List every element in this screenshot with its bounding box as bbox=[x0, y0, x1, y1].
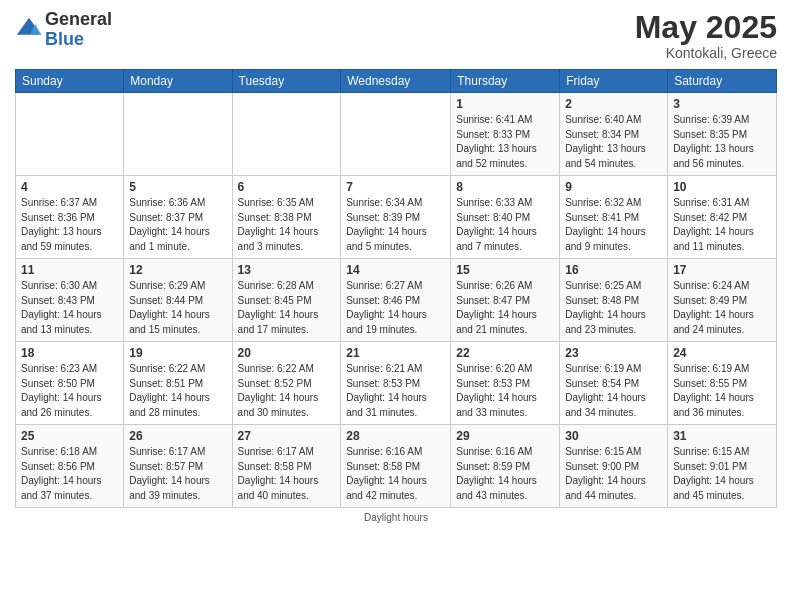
day-number: 22 bbox=[456, 346, 554, 360]
day-info: Sunrise: 6:15 AM Sunset: 9:01 PM Dayligh… bbox=[673, 445, 771, 503]
day-info: Sunrise: 6:25 AM Sunset: 8:48 PM Dayligh… bbox=[565, 279, 662, 337]
day-info: Sunrise: 6:17 AM Sunset: 8:58 PM Dayligh… bbox=[238, 445, 336, 503]
calendar-cell: 10Sunrise: 6:31 AM Sunset: 8:42 PM Dayli… bbox=[668, 176, 777, 259]
calendar-cell: 23Sunrise: 6:19 AM Sunset: 8:54 PM Dayli… bbox=[560, 342, 668, 425]
day-number: 7 bbox=[346, 180, 445, 194]
calendar-cell: 27Sunrise: 6:17 AM Sunset: 8:58 PM Dayli… bbox=[232, 425, 341, 508]
weekday-header-wednesday: Wednesday bbox=[341, 70, 451, 93]
calendar-cell: 30Sunrise: 6:15 AM Sunset: 9:00 PM Dayli… bbox=[560, 425, 668, 508]
day-info: Sunrise: 6:31 AM Sunset: 8:42 PM Dayligh… bbox=[673, 196, 771, 254]
calendar-cell: 8Sunrise: 6:33 AM Sunset: 8:40 PM Daylig… bbox=[451, 176, 560, 259]
day-number: 14 bbox=[346, 263, 445, 277]
calendar-cell: 3Sunrise: 6:39 AM Sunset: 8:35 PM Daylig… bbox=[668, 93, 777, 176]
calendar-cell: 14Sunrise: 6:27 AM Sunset: 8:46 PM Dayli… bbox=[341, 259, 451, 342]
day-info: Sunrise: 6:34 AM Sunset: 8:39 PM Dayligh… bbox=[346, 196, 445, 254]
logo-text: General Blue bbox=[45, 10, 112, 50]
calendar-cell: 26Sunrise: 6:17 AM Sunset: 8:57 PM Dayli… bbox=[124, 425, 232, 508]
calendar-cell: 4Sunrise: 6:37 AM Sunset: 8:36 PM Daylig… bbox=[16, 176, 124, 259]
day-number: 27 bbox=[238, 429, 336, 443]
day-info: Sunrise: 6:20 AM Sunset: 8:53 PM Dayligh… bbox=[456, 362, 554, 420]
day-info: Sunrise: 6:36 AM Sunset: 8:37 PM Dayligh… bbox=[129, 196, 226, 254]
calendar-cell bbox=[232, 93, 341, 176]
day-info: Sunrise: 6:30 AM Sunset: 8:43 PM Dayligh… bbox=[21, 279, 118, 337]
day-number: 4 bbox=[21, 180, 118, 194]
day-info: Sunrise: 6:19 AM Sunset: 8:54 PM Dayligh… bbox=[565, 362, 662, 420]
calendar-cell: 11Sunrise: 6:30 AM Sunset: 8:43 PM Dayli… bbox=[16, 259, 124, 342]
location-subtitle: Kontokali, Greece bbox=[635, 45, 777, 61]
calendar-week-row: 1Sunrise: 6:41 AM Sunset: 8:33 PM Daylig… bbox=[16, 93, 777, 176]
day-number: 17 bbox=[673, 263, 771, 277]
logo: General Blue bbox=[15, 10, 112, 50]
day-info: Sunrise: 6:26 AM Sunset: 8:47 PM Dayligh… bbox=[456, 279, 554, 337]
day-info: Sunrise: 6:17 AM Sunset: 8:57 PM Dayligh… bbox=[129, 445, 226, 503]
day-info: Sunrise: 6:28 AM Sunset: 8:45 PM Dayligh… bbox=[238, 279, 336, 337]
day-number: 23 bbox=[565, 346, 662, 360]
day-info: Sunrise: 6:22 AM Sunset: 8:51 PM Dayligh… bbox=[129, 362, 226, 420]
day-number: 20 bbox=[238, 346, 336, 360]
day-number: 21 bbox=[346, 346, 445, 360]
day-info: Sunrise: 6:27 AM Sunset: 8:46 PM Dayligh… bbox=[346, 279, 445, 337]
weekday-header-friday: Friday bbox=[560, 70, 668, 93]
day-number: 5 bbox=[129, 180, 226, 194]
page: General Blue May 2025 Kontokali, Greece … bbox=[0, 0, 792, 612]
calendar-table: SundayMondayTuesdayWednesdayThursdayFrid… bbox=[15, 69, 777, 508]
calendar-cell: 22Sunrise: 6:20 AM Sunset: 8:53 PM Dayli… bbox=[451, 342, 560, 425]
day-info: Sunrise: 6:15 AM Sunset: 9:00 PM Dayligh… bbox=[565, 445, 662, 503]
calendar-cell: 13Sunrise: 6:28 AM Sunset: 8:45 PM Dayli… bbox=[232, 259, 341, 342]
day-number: 10 bbox=[673, 180, 771, 194]
day-number: 31 bbox=[673, 429, 771, 443]
logo-icon bbox=[15, 16, 43, 44]
day-number: 1 bbox=[456, 97, 554, 111]
day-info: Sunrise: 6:32 AM Sunset: 8:41 PM Dayligh… bbox=[565, 196, 662, 254]
logo-blue: Blue bbox=[45, 30, 112, 50]
month-title: May 2025 bbox=[635, 10, 777, 45]
weekday-header-saturday: Saturday bbox=[668, 70, 777, 93]
day-number: 19 bbox=[129, 346, 226, 360]
calendar-cell: 7Sunrise: 6:34 AM Sunset: 8:39 PM Daylig… bbox=[341, 176, 451, 259]
day-number: 18 bbox=[21, 346, 118, 360]
day-number: 30 bbox=[565, 429, 662, 443]
calendar-cell: 12Sunrise: 6:29 AM Sunset: 8:44 PM Dayli… bbox=[124, 259, 232, 342]
day-info: Sunrise: 6:39 AM Sunset: 8:35 PM Dayligh… bbox=[673, 113, 771, 171]
day-number: 12 bbox=[129, 263, 226, 277]
day-number: 25 bbox=[21, 429, 118, 443]
calendar-week-row: 18Sunrise: 6:23 AM Sunset: 8:50 PM Dayli… bbox=[16, 342, 777, 425]
calendar-cell bbox=[124, 93, 232, 176]
calendar-cell: 20Sunrise: 6:22 AM Sunset: 8:52 PM Dayli… bbox=[232, 342, 341, 425]
calendar-cell: 31Sunrise: 6:15 AM Sunset: 9:01 PM Dayli… bbox=[668, 425, 777, 508]
title-block: May 2025 Kontokali, Greece bbox=[635, 10, 777, 61]
weekday-header-tuesday: Tuesday bbox=[232, 70, 341, 93]
day-number: 11 bbox=[21, 263, 118, 277]
footer-note: Daylight hours bbox=[15, 512, 777, 523]
day-info: Sunrise: 6:24 AM Sunset: 8:49 PM Dayligh… bbox=[673, 279, 771, 337]
day-info: Sunrise: 6:40 AM Sunset: 8:34 PM Dayligh… bbox=[565, 113, 662, 171]
calendar-cell bbox=[16, 93, 124, 176]
header: General Blue May 2025 Kontokali, Greece bbox=[15, 10, 777, 61]
weekday-header-monday: Monday bbox=[124, 70, 232, 93]
calendar-cell: 5Sunrise: 6:36 AM Sunset: 8:37 PM Daylig… bbox=[124, 176, 232, 259]
day-number: 13 bbox=[238, 263, 336, 277]
day-number: 28 bbox=[346, 429, 445, 443]
calendar-week-row: 11Sunrise: 6:30 AM Sunset: 8:43 PM Dayli… bbox=[16, 259, 777, 342]
day-info: Sunrise: 6:19 AM Sunset: 8:55 PM Dayligh… bbox=[673, 362, 771, 420]
day-info: Sunrise: 6:41 AM Sunset: 8:33 PM Dayligh… bbox=[456, 113, 554, 171]
calendar-cell: 29Sunrise: 6:16 AM Sunset: 8:59 PM Dayli… bbox=[451, 425, 560, 508]
calendar-cell: 1Sunrise: 6:41 AM Sunset: 8:33 PM Daylig… bbox=[451, 93, 560, 176]
day-info: Sunrise: 6:21 AM Sunset: 8:53 PM Dayligh… bbox=[346, 362, 445, 420]
calendar-cell: 25Sunrise: 6:18 AM Sunset: 8:56 PM Dayli… bbox=[16, 425, 124, 508]
calendar-cell: 21Sunrise: 6:21 AM Sunset: 8:53 PM Dayli… bbox=[341, 342, 451, 425]
calendar-cell: 2Sunrise: 6:40 AM Sunset: 8:34 PM Daylig… bbox=[560, 93, 668, 176]
day-number: 8 bbox=[456, 180, 554, 194]
weekday-header-sunday: Sunday bbox=[16, 70, 124, 93]
day-info: Sunrise: 6:18 AM Sunset: 8:56 PM Dayligh… bbox=[21, 445, 118, 503]
calendar-cell: 24Sunrise: 6:19 AM Sunset: 8:55 PM Dayli… bbox=[668, 342, 777, 425]
logo-general: General bbox=[45, 10, 112, 30]
calendar-cell: 17Sunrise: 6:24 AM Sunset: 8:49 PM Dayli… bbox=[668, 259, 777, 342]
day-info: Sunrise: 6:23 AM Sunset: 8:50 PM Dayligh… bbox=[21, 362, 118, 420]
day-number: 2 bbox=[565, 97, 662, 111]
day-number: 9 bbox=[565, 180, 662, 194]
day-number: 24 bbox=[673, 346, 771, 360]
day-info: Sunrise: 6:37 AM Sunset: 8:36 PM Dayligh… bbox=[21, 196, 118, 254]
day-number: 16 bbox=[565, 263, 662, 277]
calendar-week-row: 4Sunrise: 6:37 AM Sunset: 8:36 PM Daylig… bbox=[16, 176, 777, 259]
